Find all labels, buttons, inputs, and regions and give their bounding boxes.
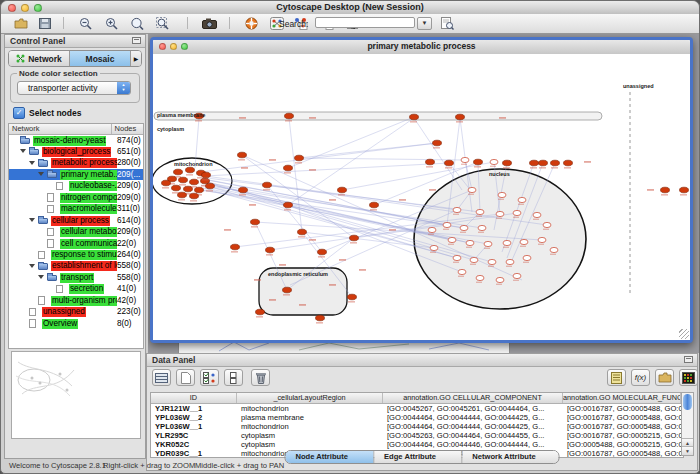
scrollbar-thumb[interactable] <box>683 394 692 410</box>
tree-row[interactable]: macromolecule...311(0) <box>9 204 143 215</box>
graph-node[interactable] <box>190 193 199 199</box>
advanced-search-icon[interactable] <box>439 16 455 30</box>
graph-node[interactable] <box>550 247 558 252</box>
graph-node[interactable] <box>470 257 478 262</box>
graph-node[interactable] <box>190 179 199 185</box>
graph-node[interactable] <box>251 219 260 225</box>
tree-row[interactable]: nucleobase-...209(0) <box>9 181 143 192</box>
region-nucleus[interactable] <box>414 169 586 309</box>
graph-node[interactable] <box>476 275 484 280</box>
graph-node[interactable] <box>661 187 670 193</box>
float-panel-icon[interactable] <box>132 37 141 44</box>
save-session-icon[interactable] <box>37 16 53 30</box>
table-scrollbar[interactable]: ▲ ▼ <box>681 392 694 456</box>
graph-node[interactable] <box>206 183 215 189</box>
graph-node[interactable] <box>172 185 181 191</box>
graph-node[interactable] <box>523 255 531 260</box>
graph-node[interactable] <box>468 187 476 192</box>
graph-node[interactable] <box>266 247 275 253</box>
graph-node[interactable] <box>513 210 521 215</box>
graph-node[interactable] <box>195 187 204 193</box>
graph-node[interactable] <box>551 160 560 166</box>
graph-node[interactable] <box>428 227 436 232</box>
node-color-dropdown[interactable]: transporter activity ▲▼ <box>17 81 131 95</box>
graph-node[interactable] <box>426 159 435 165</box>
graph-node[interactable] <box>433 140 442 146</box>
zoom-fit-icon[interactable] <box>155 16 171 30</box>
graph-node[interactable] <box>513 273 521 278</box>
graph-node[interactable] <box>503 240 511 245</box>
graph-node[interactable] <box>162 180 171 186</box>
tree-row[interactable]: transport558(0) <box>9 272 143 283</box>
tree-column-network[interactable]: Network <box>9 124 112 134</box>
graph-node[interactable] <box>458 269 466 274</box>
graph-node[interactable] <box>285 113 294 119</box>
tree-row[interactable]: multi-organism pro...42(0) <box>9 295 143 306</box>
attribute-browser-mode-icon[interactable] <box>152 369 171 386</box>
tree-row[interactable]: unassigned223(0) <box>9 307 143 318</box>
graph-node[interactable] <box>239 187 248 193</box>
tree-row[interactable]: cellular metabo...209(0) <box>9 227 143 238</box>
disclosure-triangle-icon[interactable] <box>29 218 35 222</box>
table-column-header[interactable]: ID <box>151 393 237 403</box>
graph-node[interactable] <box>263 182 272 188</box>
graph-node[interactable] <box>316 315 325 321</box>
tree-row[interactable]: biological_process651(0) <box>9 146 143 157</box>
graph-node[interactable] <box>518 197 526 202</box>
region-plasma-membrane[interactable] <box>154 112 602 120</box>
graph-node[interactable] <box>443 222 451 227</box>
graph-node[interactable] <box>543 222 551 227</box>
disclosure-triangle-icon[interactable] <box>38 275 44 279</box>
birds-eye-view[interactable] <box>11 351 141 439</box>
select-nodes-checkbox[interactable]: ✓ <box>13 107 25 119</box>
attribute-matrix-icon[interactable] <box>679 369 698 386</box>
disclosure-triangle-icon[interactable] <box>38 172 44 176</box>
open-file-icon[interactable] <box>13 16 29 30</box>
graph-node[interactable] <box>533 212 541 217</box>
help-icon[interactable] <box>243 16 259 30</box>
network-canvas[interactable]: plasma membranecytoplasmmitochondrionnuc… <box>153 54 690 340</box>
graph-node[interactable] <box>453 207 461 212</box>
graph-node[interactable] <box>370 202 379 208</box>
graph-node[interactable] <box>186 167 195 173</box>
graph-node[interactable] <box>448 237 456 242</box>
graph-node[interactable] <box>460 225 468 230</box>
graph-node[interactable] <box>238 152 247 158</box>
resize-grip[interactable] <box>679 329 689 339</box>
graph-node[interactable] <box>202 172 211 178</box>
graph-node[interactable] <box>430 245 438 250</box>
graph-node[interactable] <box>478 225 486 230</box>
table-row[interactable]: YKR052Ccytoplasm[GO:0044464, GO:0044446,… <box>151 440 683 449</box>
tree-row[interactable]: metabolic process280(0) <box>9 158 143 169</box>
graph-node[interactable] <box>539 160 548 166</box>
attribute-notes-icon[interactable] <box>607 369 626 386</box>
import-attributes-icon[interactable] <box>655 369 674 386</box>
tree-row[interactable]: nitrogen compo...209(0) <box>9 192 143 203</box>
scroll-down-icon[interactable]: ▼ <box>682 446 693 455</box>
graph-node[interactable] <box>680 187 689 193</box>
new-attribute-icon[interactable] <box>176 369 195 386</box>
tree-row[interactable]: cellular process614(0) <box>9 215 143 226</box>
tree-row[interactable]: establishment of lo...558(0) <box>9 261 143 272</box>
table-row[interactable]: YJR121W__1mitochondrion[GO:0045267, GO:0… <box>151 404 683 413</box>
zoom-out-icon[interactable] <box>77 16 93 30</box>
disclosure-triangle-icon[interactable] <box>29 161 35 165</box>
graph-node[interactable] <box>174 169 183 175</box>
unselect-attributes-icon[interactable] <box>224 369 243 386</box>
graph-node[interactable] <box>498 192 506 197</box>
delete-attribute-icon[interactable] <box>251 369 270 386</box>
network-window[interactable]: primary metabolic process plasma membran… <box>150 37 693 343</box>
search-dropdown-icon[interactable]: ▼ <box>417 17 432 30</box>
graph-node[interactable] <box>256 309 265 315</box>
graph-node[interactable] <box>284 202 293 208</box>
select-nodes-option[interactable]: ✓ Select nodes <box>13 107 81 119</box>
tab-network[interactable]: Network <box>9 51 70 66</box>
graph-node[interactable] <box>445 160 454 166</box>
graph-node[interactable] <box>298 229 307 235</box>
graph-node[interactable] <box>520 239 528 244</box>
zoom-in-icon[interactable] <box>103 16 119 30</box>
tab-scroll-right-icon[interactable]: ▶ <box>131 51 141 66</box>
search-input[interactable] <box>315 17 415 28</box>
tree-row[interactable]: response to stimulu...264(0) <box>9 250 143 261</box>
graph-node[interactable] <box>453 255 461 260</box>
